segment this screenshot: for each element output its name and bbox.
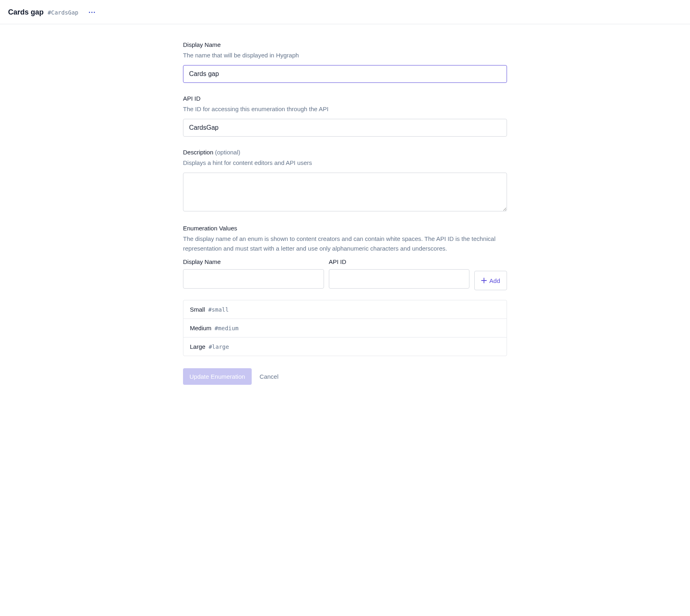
enum-item-name: Large	[190, 343, 205, 350]
update-enumeration-button[interactable]: Update Enumeration	[183, 368, 252, 385]
enum-item-id: #medium	[215, 325, 238, 331]
enum-item[interactable]: Large #large	[183, 338, 507, 356]
description-label-text: Description	[183, 149, 213, 156]
enum-display-name-column-label: Display Name	[183, 258, 324, 265]
api-id-hint: The ID for accessing this enumeration th…	[183, 104, 507, 114]
enum-inputs-row: Display Name API ID Add	[183, 258, 507, 290]
display-name-field-group: Display Name The name that will be displ…	[183, 41, 507, 83]
api-id-field-group: API ID The ID for accessing this enumera…	[183, 95, 507, 137]
enum-item-id: #large	[208, 344, 229, 350]
enum-item[interactable]: Small #small	[183, 300, 507, 319]
page-title: Cards gap	[8, 8, 44, 17]
form-actions: Update Enumeration Cancel	[183, 368, 507, 385]
plus-icon	[481, 278, 487, 283]
more-actions-icon[interactable]	[87, 10, 97, 15]
enum-item-id: #small	[208, 306, 229, 313]
enum-api-id-column: API ID	[329, 258, 470, 289]
api-id-label: API ID	[183, 95, 507, 102]
enum-item-name: Small	[190, 306, 205, 313]
description-field-group: Description (optional) Displays a hint f…	[183, 149, 507, 213]
cancel-button[interactable]: Cancel	[260, 373, 279, 380]
description-textarea[interactable]	[183, 173, 507, 211]
enum-api-id-input[interactable]	[329, 269, 470, 289]
display-name-hint: The name that will be displayed in Hygra…	[183, 51, 507, 60]
description-optional-tag: (optional)	[215, 149, 240, 156]
enum-display-name-column: Display Name	[183, 258, 324, 289]
enum-item[interactable]: Medium #medium	[183, 319, 507, 338]
page-header: Cards gap #CardsGap	[0, 0, 690, 24]
display-name-input[interactable]	[183, 65, 507, 83]
enum-values-hint: The display name of an enum is shown to …	[183, 234, 507, 253]
enum-values-label: Enumeration Values	[183, 225, 507, 232]
add-enum-button[interactable]: Add	[474, 271, 507, 290]
enum-api-id-column-label: API ID	[329, 258, 470, 265]
description-label: Description (optional)	[183, 149, 507, 156]
display-name-label: Display Name	[183, 41, 507, 48]
api-id-input[interactable]	[183, 119, 507, 137]
enum-list: Small #small Medium #medium Large #large	[183, 300, 507, 356]
enum-item-name: Medium	[190, 325, 211, 331]
page-id-tag: #CardsGap	[48, 9, 78, 16]
description-hint: Displays a hint for content editors and …	[183, 158, 507, 168]
enum-display-name-input[interactable]	[183, 269, 324, 289]
enum-values-section: Enumeration Values The display name of a…	[183, 225, 507, 356]
add-button-label: Add	[489, 277, 500, 284]
form-content: Display Name The name that will be displ…	[183, 24, 507, 401]
